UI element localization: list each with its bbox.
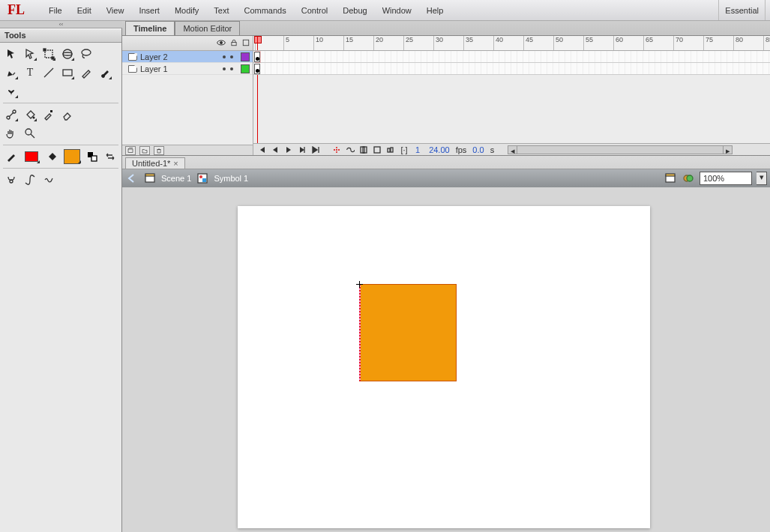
- deco-tool[interactable]: [3, 83, 19, 100]
- scroll-left-button[interactable]: ◂: [508, 146, 517, 154]
- layer-icon: [128, 53, 137, 61]
- timeline-hscrollbar[interactable]: ◂ ▸: [508, 145, 733, 154]
- playhead-handle[interactable]: [254, 36, 262, 43]
- tab-timeline[interactable]: Timeline: [125, 21, 175, 35]
- back-button[interactable]: [125, 172, 139, 185]
- edit-scene-button[interactable]: [664, 172, 677, 185]
- smooth-option-button[interactable]: [22, 172, 38, 188]
- svg-point-4: [63, 52, 72, 55]
- frames-row-layer2[interactable]: [253, 51, 770, 63]
- pencil-tool[interactable]: [78, 64, 94, 81]
- bone-tool[interactable]: [3, 106, 19, 123]
- menu-commands[interactable]: Commands: [236, 3, 293, 18]
- last-frame-button[interactable]: [310, 145, 321, 154]
- scroll-right-button[interactable]: ▸: [723, 146, 732, 154]
- layer-row-layer2[interactable]: Layer 2: [122, 51, 253, 63]
- close-document-button[interactable]: ×: [173, 159, 178, 168]
- stage-canvas[interactable]: [238, 206, 650, 528]
- free-transform-tool[interactable]: [40, 46, 57, 62]
- menu-window[interactable]: Window: [375, 3, 419, 18]
- fill-swatch[interactable]: [62, 148, 82, 165]
- fps-value[interactable]: 24.00: [426, 145, 453, 154]
- onion-skin-outlines-button[interactable]: [372, 145, 382, 154]
- subselection-tool[interactable]: [22, 46, 38, 62]
- svg-rect-17: [232, 42, 236, 45]
- new-folder-button[interactable]: [139, 146, 150, 155]
- stroke-swatch[interactable]: [21, 148, 41, 165]
- 3d-rotation-tool[interactable]: [59, 46, 76, 62]
- hand-tool[interactable]: [3, 125, 19, 142]
- lasso-tool[interactable]: [78, 46, 94, 62]
- document-tab[interactable]: Untitled-1* ×: [125, 157, 185, 169]
- first-frame-button[interactable]: [256, 145, 267, 154]
- svg-rect-30: [202, 178, 206, 182]
- fill-color-button[interactable]: [43, 148, 59, 165]
- next-frame-button[interactable]: [297, 145, 307, 154]
- elapsed-time-value[interactable]: 0.0: [469, 145, 487, 154]
- stage-area[interactable]: [122, 187, 770, 532]
- work-area: Timeline Motion Editor Layer 2 Layer 1: [122, 21, 770, 532]
- play-button[interactable]: [283, 145, 294, 154]
- fps-label: fps: [456, 145, 467, 154]
- timeline-ruler[interactable]: 1510152025303540455055606570758085: [253, 36, 770, 51]
- svg-point-34: [687, 175, 693, 181]
- straighten-option-button[interactable]: [40, 172, 57, 188]
- menu-text[interactable]: Text: [206, 3, 236, 18]
- zoom-dropdown-button[interactable]: ▾: [757, 172, 767, 185]
- zoom-input[interactable]: 100%: [700, 172, 752, 185]
- breadcrumb-scene[interactable]: Scene 1: [161, 174, 191, 183]
- outline-icon[interactable]: [242, 39, 250, 48]
- workspace-switcher[interactable]: Essential: [718, 0, 766, 20]
- prev-frame-button[interactable]: [270, 145, 280, 154]
- paint-bucket-tool[interactable]: [22, 106, 38, 123]
- layer-color-swatch[interactable]: [241, 52, 250, 61]
- menu-view[interactable]: View: [99, 3, 132, 18]
- eye-icon[interactable]: [217, 38, 226, 49]
- registration-point-icon: [356, 281, 363, 288]
- delete-layer-button[interactable]: [154, 146, 164, 155]
- layer-row-layer1[interactable]: Layer 1: [122, 63, 253, 75]
- tools-collapse-handle[interactable]: ‹‹: [0, 21, 122, 28]
- eraser-tool[interactable]: [59, 106, 76, 123]
- edit-symbols-button[interactable]: [682, 172, 695, 185]
- line-tool[interactable]: [40, 64, 57, 81]
- menu-insert[interactable]: Insert: [131, 3, 167, 18]
- brush-tool[interactable]: [97, 64, 113, 81]
- stroke-color-button[interactable]: [3, 148, 19, 165]
- eyedropper-tool[interactable]: [40, 106, 57, 123]
- rectangle-tool[interactable]: [59, 64, 76, 81]
- svg-point-14: [10, 180, 13, 183]
- center-frame-button[interactable]: [331, 145, 342, 154]
- black-white-swatch[interactable]: [85, 148, 100, 165]
- new-layer-button[interactable]: [125, 146, 136, 155]
- onion-skin-button[interactable]: [358, 145, 369, 154]
- menu-help[interactable]: Help: [419, 3, 451, 18]
- layer-icon: [128, 65, 137, 73]
- menu-modify[interactable]: Modify: [167, 3, 206, 18]
- layer-name: Layer 1: [140, 64, 168, 73]
- text-tool[interactable]: T: [22, 64, 38, 81]
- onion-markers-button[interactable]: [·]: [399, 145, 409, 154]
- shape-selected-edge: [359, 284, 361, 381]
- snap-to-objects-button[interactable]: [3, 172, 19, 188]
- menu-debug[interactable]: Debug: [335, 3, 374, 18]
- swap-colors-button[interactable]: [103, 148, 118, 165]
- layer-name: Layer 2: [140, 52, 168, 61]
- svg-point-20: [336, 149, 337, 151]
- layer-color-swatch[interactable]: [241, 64, 250, 73]
- rectangle-shape[interactable]: [359, 284, 457, 381]
- breadcrumb-symbol[interactable]: Symbol 1: [214, 174, 248, 183]
- menu-control[interactable]: Control: [294, 3, 335, 18]
- current-frame-value[interactable]: 1: [412, 145, 423, 154]
- selection-tool[interactable]: [3, 46, 19, 62]
- edit-multiple-frames-button[interactable]: [385, 145, 396, 154]
- menu-file[interactable]: File: [41, 3, 70, 18]
- tab-motion-editor[interactable]: Motion Editor: [175, 21, 240, 35]
- pen-tool[interactable]: [3, 64, 19, 81]
- lock-icon[interactable]: [230, 38, 238, 49]
- zoom-tool[interactable]: [22, 125, 38, 142]
- time-label: s: [490, 145, 495, 154]
- frames-row-layer1[interactable]: [253, 63, 770, 75]
- menu-edit[interactable]: Edit: [70, 3, 99, 18]
- loop-button[interactable]: [345, 145, 355, 154]
